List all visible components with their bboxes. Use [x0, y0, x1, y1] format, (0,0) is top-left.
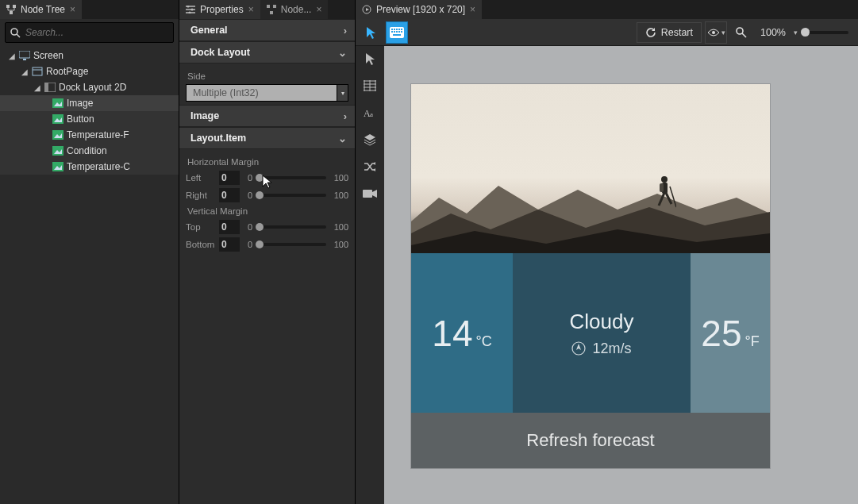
bottom-value[interactable]: 0 — [219, 237, 240, 252]
layers-tool[interactable] — [360, 132, 379, 148]
zoom-tool[interactable] — [730, 21, 752, 44]
play-icon — [362, 5, 371, 14]
props-tab-bar: Properties × Node... × — [179, 0, 355, 19]
margin-right-row: Right 0 0 100 — [186, 187, 348, 203]
tab-preview[interactable]: Preview [1920 x 720] × — [356, 0, 482, 19]
keyboard-tool[interactable] — [386, 21, 408, 44]
close-icon[interactable]: × — [470, 4, 475, 15]
node-label: Screen — [33, 50, 63, 61]
node-label: Condition — [67, 145, 107, 156]
node-label: Image — [67, 98, 93, 109]
node-icon — [267, 5, 276, 14]
node-tree-panel: Node Tree × ◢ Screen ◢ RootPage ◢ Dock L… — [0, 0, 179, 504]
cursor-tool[interactable] — [360, 21, 383, 44]
condition-label: Cloudy — [570, 310, 634, 334]
margin-top-slider[interactable] — [256, 225, 326, 229]
search-input-row[interactable] — [5, 22, 174, 43]
tree-node-screen[interactable]: ◢ Screen — [0, 48, 179, 63]
tab-node-tree[interactable]: Node Tree × — [0, 0, 82, 19]
margin-bottom-slider[interactable] — [256, 243, 326, 246]
camera-tool[interactable] — [360, 186, 379, 202]
refresh-forecast-button[interactable]: Refresh forecast — [411, 413, 770, 468]
side-dropdown[interactable]: Multiple (Int32) ▾ — [186, 84, 348, 102]
svg-marker-57 — [364, 134, 375, 140]
restart-button[interactable]: Restart — [637, 22, 702, 43]
svg-rect-35 — [396, 29, 398, 30]
slider-thumb[interactable] — [801, 28, 810, 37]
tree-node-temperature-f[interactable]: Temperature-F — [0, 127, 179, 143]
tree-node-temperature-c[interactable]: Temperature-C — [0, 159, 179, 175]
shuffle-tool[interactable] — [360, 159, 379, 175]
slider-thumb[interactable] — [256, 240, 264, 248]
chevron-down-icon: ▾ — [721, 29, 725, 37]
section-title: Image — [190, 110, 219, 121]
section-dock-layout[interactable]: Dock Layout ⌄ — [179, 41, 355, 63]
text-tool[interactable]: Aa — [360, 105, 379, 121]
tab-label: Node Tree — [21, 4, 65, 15]
temp-f-tile: 25 °F — [691, 253, 770, 413]
top-value[interactable]: 0 — [219, 220, 240, 234]
expand-icon[interactable]: ◢ — [8, 52, 16, 60]
svg-point-25 — [191, 9, 194, 11]
close-icon[interactable]: × — [316, 4, 321, 15]
svg-rect-40 — [396, 31, 398, 33]
dropdown-toggle-icon[interactable]: ▾ — [337, 84, 348, 102]
svg-marker-31 — [366, 8, 369, 11]
bottom-label: Bottom — [186, 240, 216, 249]
section-layout-item[interactable]: Layout.Item ⌄ — [179, 127, 355, 149]
slider-thumb[interactable] — [256, 191, 264, 199]
node-label: Dock Layout 2D — [59, 82, 126, 93]
tree-node-rootpage[interactable]: ◢ RootPage — [0, 63, 179, 79]
grid-tool[interactable] — [360, 78, 379, 94]
page-icon — [32, 66, 43, 77]
properties-panel: Properties × Node... × General › Dock La… — [179, 0, 356, 504]
svg-rect-33 — [391, 29, 393, 30]
eye-icon — [707, 28, 720, 37]
expand-icon[interactable]: ◢ — [33, 83, 41, 92]
select-tool[interactable] — [360, 51, 379, 67]
tree-node-image[interactable]: Image — [0, 95, 179, 111]
preview-canvas[interactable]: 14 °C Cloudy 12m/s 25 — [384, 46, 858, 504]
close-icon[interactable]: × — [248, 4, 254, 15]
svg-rect-6 — [23, 59, 26, 60]
margin-left-slider[interactable] — [256, 176, 326, 179]
left-value[interactable]: 0 — [219, 171, 240, 185]
zoom-slider[interactable] — [801, 31, 848, 34]
svg-marker-59 — [373, 168, 375, 171]
section-image[interactable]: Image › — [179, 105, 355, 127]
tree-tab-bar: Node Tree × — [0, 0, 179, 19]
top-label: Top — [186, 222, 216, 232]
tree-node-dock-layout[interactable]: ◢ Dock Layout 2D — [0, 79, 179, 95]
section-general[interactable]: General › — [179, 19, 355, 41]
right-value[interactable]: 0 — [219, 188, 240, 202]
svg-rect-36 — [398, 29, 400, 30]
preview-tab-bar: Preview [1920 x 720] × — [356, 0, 858, 19]
chevron-down-icon: ⌄ — [338, 47, 347, 59]
slider-thumb[interactable] — [256, 223, 264, 231]
svg-line-69 — [666, 193, 671, 204]
svg-point-24 — [187, 6, 190, 8]
slider-max: 100 — [329, 240, 348, 249]
search-input[interactable] — [25, 27, 168, 38]
svg-point-65 — [661, 176, 668, 183]
search-icon — [10, 28, 21, 38]
node-label: RootPage — [46, 66, 88, 77]
close-icon[interactable]: × — [70, 4, 75, 15]
svg-rect-28 — [273, 5, 276, 8]
chevron-right-icon: › — [344, 110, 347, 122]
svg-point-45 — [712, 31, 715, 34]
slider-thumb[interactable] — [256, 174, 264, 182]
svg-rect-7 — [33, 67, 42, 75]
svg-line-68 — [659, 193, 664, 206]
tab-node[interactable]: Node... × — [260, 0, 329, 19]
margin-right-slider[interactable] — [256, 194, 326, 197]
tree-node-button[interactable]: Button — [0, 111, 179, 127]
chevron-down-icon[interactable]: ▾ — [794, 29, 798, 37]
refresh-label: Refresh forecast — [526, 430, 654, 451]
node-label: Temperature-C — [67, 161, 130, 172]
tab-properties[interactable]: Properties × — [179, 0, 260, 19]
visibility-button[interactable]: ▾ — [705, 21, 727, 44]
expand-icon[interactable]: ◢ — [21, 67, 29, 76]
tree-node-condition[interactable]: Condition — [0, 143, 179, 159]
dropdown-value: Multiple (Int32) — [186, 84, 337, 102]
